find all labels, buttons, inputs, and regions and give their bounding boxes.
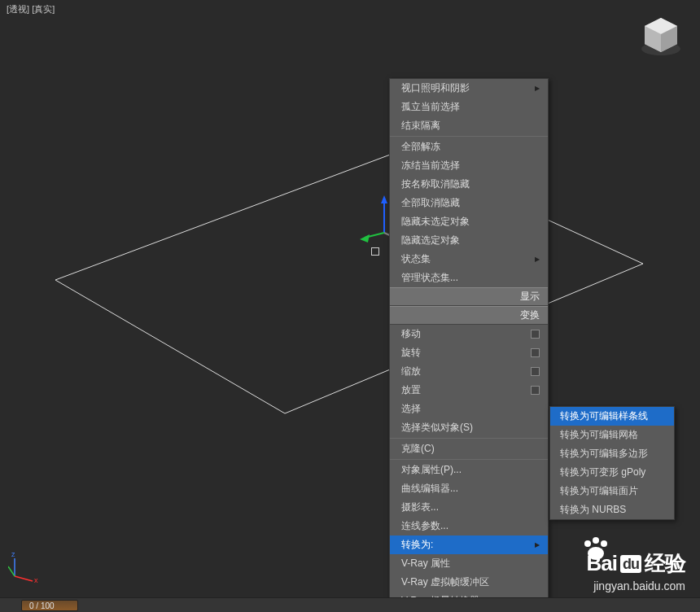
watermark: Baidu经验 jingyan.baidu.com [587, 549, 685, 592]
menu-isolate-selection[interactable]: 孤立当前选择 [390, 98, 548, 116]
menu-wire-parameters[interactable]: 连线参数... [390, 517, 548, 536]
menu-place[interactable]: 放置 [390, 381, 548, 400]
submenu-editable-poly[interactable]: 转换为可编辑多边形 [550, 444, 674, 463]
menu-header-transform: 变换 [390, 306, 548, 325]
timeline-bar[interactable]: 0 / 100 [0, 597, 700, 612]
menu-viewport-lighting[interactable]: 视口照明和阴影 [390, 79, 548, 98]
menu-rotate[interactable]: 旋转 [390, 343, 548, 362]
menu-move[interactable]: 移动 [390, 325, 548, 343]
svg-point-18 [601, 540, 607, 547]
menu-end-isolate[interactable]: 结束隔离 [390, 116, 548, 135]
menu-freeze-selection[interactable]: 冻结当前选择 [390, 156, 548, 175]
menu-convert-to[interactable]: 转换为: [390, 536, 548, 554]
watermark-url: jingyan.baidu.com [587, 579, 685, 592]
submenu-editable-mesh[interactable]: 转换为可编辑网格 [550, 426, 674, 444]
svg-point-17 [593, 537, 599, 544]
menu-unfreeze-all[interactable]: 全部解冻 [390, 138, 548, 156]
svg-line-13 [15, 576, 33, 581]
menu-hide-unselected[interactable]: 隐藏未选定对象 [390, 212, 548, 231]
watermark-brand-1: Bai [587, 551, 617, 575]
menu-state-sets[interactable]: 状态集 [390, 250, 548, 269]
wireframe-plane [0, 0, 700, 612]
menu-vray-vfb[interactable]: V-Ray 虚拟帧缓冲区 [390, 573, 548, 592]
viewport-label: [透视] [真实] [7, 3, 55, 15]
timeline-position: 0 / 100 [29, 601, 55, 610]
menu-separator [390, 136, 548, 137]
watermark-brand-2: du [620, 555, 641, 573]
svg-point-16 [584, 540, 591, 547]
menu-header-display: 显示 [390, 287, 548, 306]
menu-select[interactable]: 选择 [390, 400, 548, 418]
svg-marker-0 [55, 151, 643, 413]
menu-clone[interactable]: 克隆(C) [390, 439, 548, 458]
menu-manage-state-sets[interactable]: 管理状态集... [390, 269, 548, 287]
menu-separator [390, 438, 548, 439]
svg-marker-7 [381, 195, 387, 203]
mini-axis-indicator: z x [8, 550, 41, 583]
submenu-deformable-gpoly[interactable]: 转换为可变形 gPoly [550, 463, 674, 482]
viewcube[interactable] [635, 10, 687, 62]
svg-text:z: z [11, 550, 15, 558]
menu-curve-editor[interactable]: 曲线编辑器... [390, 479, 548, 498]
svg-line-15 [8, 566, 15, 576]
quad-context-menu[interactable]: 视口照明和阴影 孤立当前选择 结束隔离 全部解冻 冻结当前选择 按名称取消隐藏 … [389, 78, 549, 612]
menu-separator [390, 459, 548, 460]
menu-select-similar[interactable]: 选择类似对象(S) [390, 418, 548, 437]
menu-hide-selection[interactable]: 隐藏选定对象 [390, 231, 548, 250]
menu-dope-sheet[interactable]: 摄影表... [390, 498, 548, 517]
convert-to-submenu[interactable]: 转换为可编辑样条线 转换为可编辑网格 转换为可编辑多边形 转换为可变形 gPol… [549, 406, 675, 520]
submenu-editable-patch[interactable]: 转换为可编辑面片 [550, 482, 674, 501]
node-indicator [371, 247, 379, 256]
menu-vray-properties[interactable]: V-Ray 属性 [390, 554, 548, 573]
submenu-editable-spline[interactable]: 转换为可编辑样条线 [550, 407, 674, 426]
menu-unhide-all[interactable]: 全部取消隐藏 [390, 194, 548, 212]
svg-text:x: x [34, 576, 38, 583]
menu-object-properties[interactable]: 对象属性(P)... [390, 461, 548, 479]
watermark-brand-3: 经验 [645, 551, 685, 575]
submenu-nurbs[interactable]: 转换为 NURBS [550, 501, 674, 519]
menu-unhide-by-name[interactable]: 按名称取消隐藏 [390, 175, 548, 194]
menu-scale[interactable]: 缩放 [390, 362, 548, 381]
svg-marker-10 [360, 234, 370, 243]
